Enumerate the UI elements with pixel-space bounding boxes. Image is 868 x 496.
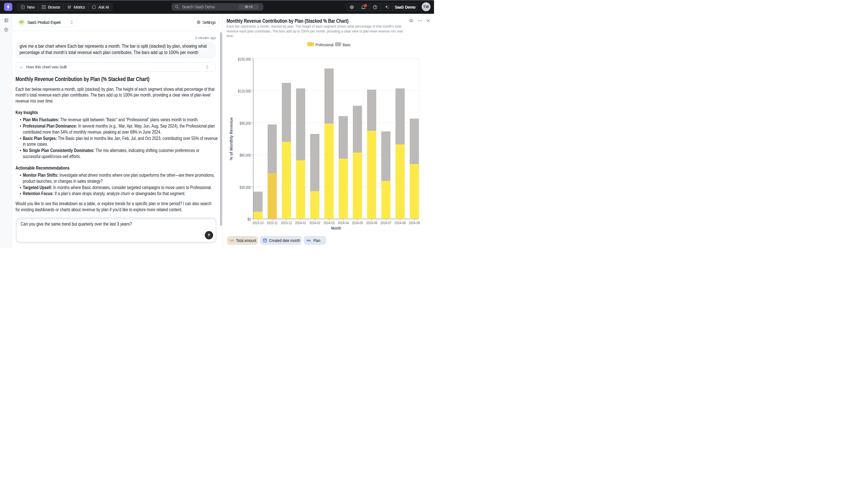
- svg-text:Month: Month: [331, 226, 341, 231]
- svg-text:2024-07: 2024-07: [380, 221, 391, 225]
- svg-text:$30,000: $30,000: [240, 185, 251, 190]
- svg-text:$150,000: $150,000: [238, 57, 251, 62]
- svg-text:% of Monthly Revenue: % of Monthly Revenue: [229, 117, 234, 160]
- svg-text:2024-04: 2024-04: [338, 221, 349, 225]
- svg-text:2024-01: 2024-01: [295, 221, 306, 225]
- svg-text:2024-06: 2024-06: [366, 221, 377, 225]
- svg-text:2023-11: 2023-11: [267, 221, 278, 225]
- svg-text:2024-03: 2024-03: [323, 221, 335, 225]
- svg-text:2024-05: 2024-05: [352, 221, 363, 225]
- svg-text:$120,000: $120,000: [238, 89, 251, 93]
- svg-text:2024-08: 2024-08: [395, 221, 406, 225]
- svg-text:2024-02: 2024-02: [309, 221, 321, 225]
- svg-text:$0: $0: [247, 217, 251, 221]
- svg-text:2023-10: 2023-10: [253, 221, 264, 225]
- svg-text:$60,000: $60,000: [240, 153, 251, 157]
- svg-text:2023-12: 2023-12: [281, 221, 292, 225]
- svg-text:$90,000: $90,000: [240, 121, 251, 126]
- svg-text:2024-09: 2024-09: [409, 221, 420, 225]
